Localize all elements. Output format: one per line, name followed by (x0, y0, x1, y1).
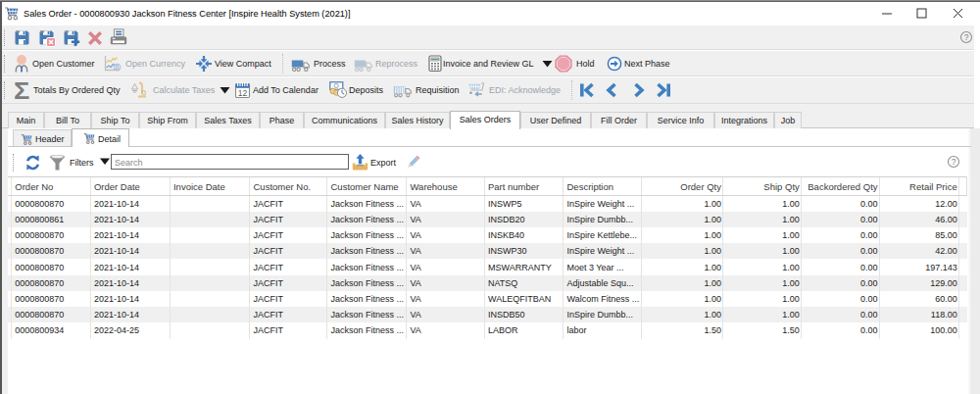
svg-text:B: B (115, 64, 119, 71)
svg-text:12: 12 (238, 88, 248, 98)
svg-text:?: ? (952, 157, 956, 167)
svg-text:?: ? (964, 32, 969, 42)
